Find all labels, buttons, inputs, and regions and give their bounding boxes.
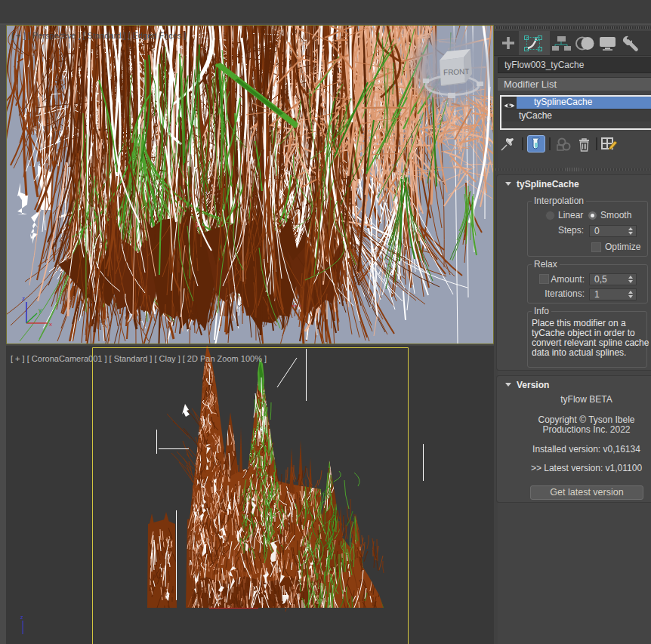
svg-text:FRONT: FRONT [443,67,470,77]
svg-text:z: z [20,615,23,620]
svg-text:z: z [22,295,25,302]
svg-text:y: y [39,307,42,313]
svg-text:x: x [49,321,52,328]
